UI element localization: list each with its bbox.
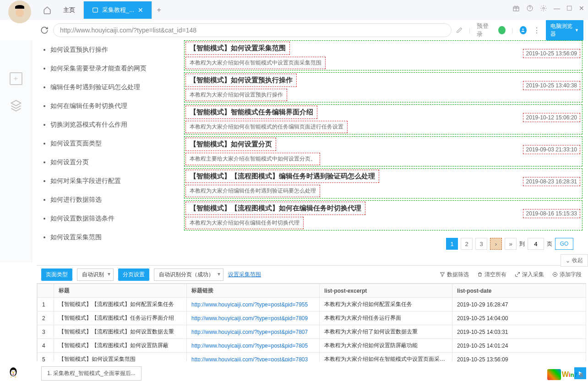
sidebar-item[interactable]: 如何设置分页 [50,153,169,172]
link-cell[interactable]: http://www.houyicaiji.com/?type=post&pid… [191,356,308,362]
tab-label: 主页 [63,6,75,14]
reload-icon[interactable] [40,26,49,34]
deep-collect-button[interactable]: 深入采集 [515,271,544,279]
sidebar-item[interactable]: 编辑任务时遇到验证码怎么处理 [50,78,169,97]
post-excerpt: 本教程为大家介绍编辑任务时遇到验证码要怎么处理 [185,185,320,197]
add-field-button[interactable]: 添加字段 [552,271,582,279]
post-title: 【智能模式】如何设置分页 [185,138,276,151]
sidebar-item[interactable]: 如何进行数据筛选 [50,190,169,209]
post-title: 【智能模式】如何设置采集范围 [185,42,290,55]
post-date: 2019-08-16 15:15:33 [523,209,580,218]
page-type-button[interactable]: 页面类型 [41,268,72,281]
page-input[interactable] [528,238,544,250]
new-file-icon[interactable]: + [10,72,22,85]
post-item[interactable]: 【智能模式】如何设置分页 2019-09-03 21:33:10 本教程主要给大… [184,136,583,166]
pagination: 1 2 3 › » 到 页 GO [184,232,583,250]
left-rail: + [0,40,32,263]
qq-icon[interactable] [7,366,19,378]
table-row[interactable]: 3【智能模式】【流程图模式】如何设置数据去重http://www.houyica… [38,325,586,339]
table-row[interactable]: 1【智能模式】【流程图模式】如何配置采集任务http://www.houyica… [38,298,586,311]
svg-point-12 [12,372,15,373]
link-cell[interactable]: http://www.houyicaiji.com/?type=post&pid… [191,343,308,349]
table-row[interactable]: 4【智能模式】【流程图模式】如何设置防屏蔽http://www.houyicai… [38,339,586,353]
edit-icon[interactable] [456,27,463,33]
table-row[interactable]: 5【智能模式】如何设置采集范围http://www.houyicaiji.com… [38,353,586,362]
more-icon[interactable]: ⋮ [533,26,539,35]
post-item[interactable]: 【智能模式】如何设置采集范围 2019-10-25 13:56:09 本教程为大… [184,40,583,70]
minimize-icon[interactable]: — [554,5,560,12]
sidebar-item[interactable]: 如何对采集字段进行配置 [50,172,169,190]
page-next[interactable]: › [490,238,502,250]
page-setting-button[interactable]: 分页设置 [118,268,149,281]
filter-button[interactable]: 数据筛选 [440,271,469,279]
post-excerpt: 本教程为大家介绍如何在智能模式的任务编辑页面进行任务设置 [185,121,348,133]
post-title: 【智能模式】如何设置预执行操作 [185,74,297,87]
sidebar-item[interactable]: 如何设置数据筛选条件 [50,209,169,228]
layers-icon[interactable] [10,99,22,112]
help-icon[interactable] [526,5,534,12]
status-green-icon[interactable] [498,26,505,34]
sidebar-item[interactable]: 切换浏览器模式有什么作用 [50,115,169,134]
home-icon[interactable] [39,1,55,19]
sidebar-item[interactable]: 如何采集需要登录才能查看的网页 [50,59,169,78]
tab-label: 采集教程_... [102,6,134,14]
bottom-bar: 1. 采集教程_智能模式_全面掌握后... [37,365,586,381]
to-label: 到 [519,240,525,248]
sidebar-list: 如何设置预执行操作如何采集需要登录才能查看的网页编辑任务时遇到验证码怎么处理如何… [32,40,179,263]
post-item[interactable]: 【智能模式】【流程图模式】如何在编辑任务时切换代理 2019-08-16 15:… [184,200,583,231]
column-header[interactable]: 标题 [54,284,187,298]
page-2[interactable]: 2 [461,238,473,250]
column-header[interactable]: list-post-date [452,284,586,298]
post-item[interactable]: 【智能模式】如何设置预执行操作 2019-10-25 13:40:38 本教程为… [184,72,583,102]
url-text: http://www.houyicaiji.com/?type=list&cat… [60,27,196,34]
close-icon[interactable]: ✕ [138,6,143,14]
post-title: 【智能模式】【流程图模式】如何在编辑任务时切换代理 [185,202,365,215]
settings-icon[interactable] [540,5,547,12]
sidebar-item[interactable]: 如何设置预执行操作 [50,40,169,59]
page-last[interactable]: » [505,238,517,250]
post-date: 2019-10-25 13:56:09 [523,49,580,58]
gift-icon[interactable] [512,5,520,12]
sidebar-item[interactable]: 如何设置采集范围 [50,228,169,247]
page-icon [92,7,98,13]
data-grid: 标题标题链接list-post-excerptlist-post-date1【智… [37,284,586,361]
browser-mode-button[interactable]: 电脑浏览器▼ [546,20,583,41]
document-tab[interactable]: 1. 采集教程_智能模式_全面掌握后... [41,366,142,381]
collapse-button[interactable]: ⌄ 收起 [561,254,588,267]
sidebar-item[interactable]: 如何在编辑任务时切换代理 [50,97,169,115]
prelogin-button[interactable]: 预登录 [477,22,492,38]
svg-point-9 [14,370,15,372]
paging-auto-select[interactable]: 自动识别分页（成功） [154,268,223,281]
page-1[interactable]: 1 [446,238,458,250]
status-blue-icon[interactable] [520,26,527,34]
post-title: 【智能模式】智能模式任务编辑界面介绍 [185,106,317,119]
content-area: 【智能模式】如何设置采集范围 2019-10-25 13:56:09 本教程为大… [179,40,588,263]
new-tab-button[interactable]: + [152,6,166,14]
column-header[interactable]: 标题链接 [187,284,320,298]
avatar[interactable] [8,0,31,23]
post-title: 【智能模式】【流程图模式】编辑任务时遇到验证码怎么处理 [185,170,379,183]
column-header[interactable] [38,284,54,298]
link-cell[interactable]: http://www.houyicaiji.com/?type=post&pid… [191,329,308,335]
table-row[interactable]: 2【智能模式】【流程图模式】任务运行界面介绍http://www.houyica… [38,311,586,325]
auto-detect-select[interactable]: 自动识别 [77,268,114,281]
go-button[interactable]: GO [555,238,573,250]
close-window-icon[interactable]: ✕ [579,5,584,12]
set-range-link[interactable]: 设置采集范围 [228,271,261,279]
tab-active[interactable]: 采集教程_... ✕ [84,1,152,19]
page-3[interactable]: 3 [475,238,487,250]
post-excerpt: 本教程为大家介绍如何在编辑任务时切换代理 [185,217,304,229]
url-input[interactable]: http://www.houyicaiji.com/?type=list&cat… [53,23,452,37]
maximize-icon[interactable]: ☐ [566,5,572,12]
tab-home[interactable]: 主页 [55,1,84,19]
post-item[interactable]: 【智能模式】【流程图模式】编辑任务时遇到验证码怎么处理 2019-08-23 1… [184,168,583,199]
post-item[interactable]: 【智能模式】智能模式任务编辑界面介绍 2019-10-12 15:06:20 本… [184,104,583,134]
post-date: 2019-09-03 21:33:10 [523,145,580,154]
clear-button[interactable]: 清空所有 [477,271,506,279]
post-excerpt: 本教程为大家介绍如何设置预执行操作 [185,89,287,101]
watermark: Win7 系 [547,369,583,380]
link-cell[interactable]: http://www.houyicaiji.com/?type=post&pid… [191,301,308,308]
sidebar-item[interactable]: 如何设置页面类型 [50,134,169,153]
link-cell[interactable]: http://www.houyicaiji.com/?type=post&pid… [191,315,308,322]
column-header[interactable]: list-post-excerpt [320,284,452,298]
